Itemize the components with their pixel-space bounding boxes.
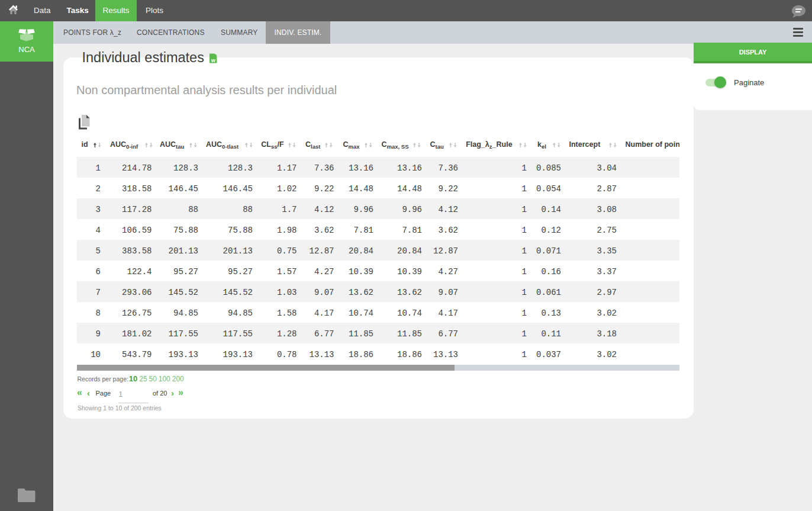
svg-text:w: w	[210, 57, 215, 63]
